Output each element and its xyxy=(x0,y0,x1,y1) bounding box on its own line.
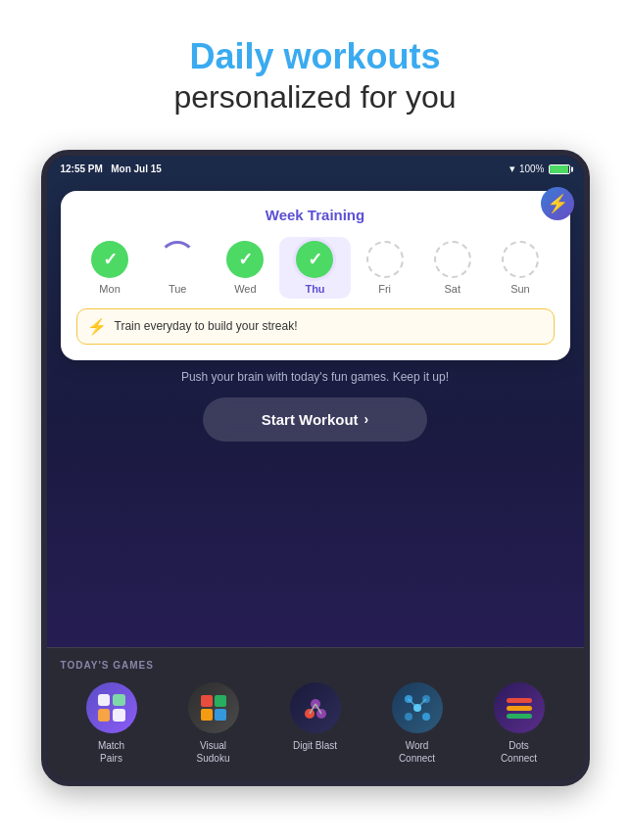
visual-sudoku-icon xyxy=(188,682,239,733)
page-title-main: Daily workouts xyxy=(39,35,591,77)
svg-rect-13 xyxy=(507,706,532,711)
game-word-connect[interactable]: WordConnect xyxy=(382,682,453,765)
day-sun[interactable]: Sun xyxy=(486,241,554,295)
day-label-wed: Wed xyxy=(234,283,256,295)
arrow-icon: › xyxy=(364,411,369,427)
device-content: ⚡ Week Training ✓ Mon Tue xyxy=(47,183,584,780)
word-connect-name: WordConnect xyxy=(399,739,435,765)
days-row: ✓ Mon Tue ✓ Wed xyxy=(76,237,555,299)
day-circle-tue xyxy=(159,241,196,278)
day-wed[interactable]: ✓ Wed xyxy=(212,241,279,295)
loading-spinner-icon xyxy=(159,241,196,278)
device-frame: 12:55 PM Mon Jul 15 ▾ 100% ⚡ Week Traini… xyxy=(41,150,590,786)
game-match-pairs[interactable]: MatchPairs xyxy=(76,682,147,765)
svg-rect-12 xyxy=(507,698,532,703)
battery-icon xyxy=(549,164,570,174)
match-pairs-name: MatchPairs xyxy=(98,739,124,765)
svg-rect-14 xyxy=(507,714,532,719)
day-sat[interactable]: Sat xyxy=(418,241,486,295)
svg-line-10 xyxy=(409,699,417,708)
day-label-sat: Sat xyxy=(445,283,461,295)
streak-text: Train everyday to build your streak! xyxy=(115,319,298,333)
day-mon[interactable]: ✓ Mon xyxy=(76,241,144,295)
digit-blast-name: Digit Blast xyxy=(293,739,337,752)
lightning-button[interactable]: ⚡ xyxy=(541,187,574,220)
game-digit-blast[interactable]: Digit Blast xyxy=(280,682,351,752)
check-icon-thu: ✓ xyxy=(308,249,322,270)
day-circle-sun xyxy=(502,241,539,278)
day-label-mon: Mon xyxy=(99,283,120,295)
day-circle-wed: ✓ xyxy=(226,241,264,278)
wifi-icon: ▾ xyxy=(509,163,515,175)
svg-line-11 xyxy=(417,699,426,708)
svg-point-7 xyxy=(405,713,412,721)
games-row: MatchPairs VisualSudoku xyxy=(61,682,570,765)
day-circle-sat xyxy=(434,241,471,278)
day-label-sun: Sun xyxy=(510,283,530,295)
match-pairs-icon xyxy=(86,682,137,733)
day-tue[interactable]: Tue xyxy=(144,241,212,295)
day-circle-mon: ✓ xyxy=(91,241,128,278)
week-training-card: Week Training ✓ Mon Tue xyxy=(61,191,570,360)
day-thu[interactable]: ✓ Thu xyxy=(279,237,351,299)
day-circle-fri xyxy=(366,241,404,278)
word-connect-svg xyxy=(403,693,432,723)
dots-connect-svg xyxy=(505,694,534,722)
status-bar: 12:55 PM Mon Jul 15 ▾ 100% xyxy=(47,156,584,183)
start-workout-label: Start Workout xyxy=(262,411,359,428)
digit-blast-svg xyxy=(302,694,329,722)
workout-area: Push your brain with today's fun games. … xyxy=(47,360,584,451)
day-label-thu: Thu xyxy=(305,283,324,295)
svg-point-8 xyxy=(422,713,430,721)
day-label-tue: Tue xyxy=(169,283,187,295)
workout-subtitle: Push your brain with today's fun games. … xyxy=(61,370,570,384)
status-time-date: 12:55 PM Mon Jul 15 xyxy=(61,163,162,174)
lightning-icon: ⚡ xyxy=(547,195,568,212)
todays-games-label: TODAY'S GAMES xyxy=(61,660,570,671)
dots-connect-name: DotsConnect xyxy=(501,739,537,765)
check-icon: ✓ xyxy=(103,249,118,270)
page-header: Daily workouts personalized for you xyxy=(0,0,630,142)
status-indicators: ▾ 100% xyxy=(509,163,570,175)
game-dots-connect[interactable]: DotsConnect xyxy=(484,682,555,765)
check-icon-wed: ✓ xyxy=(238,249,253,270)
page-title-sub: personalized for you xyxy=(39,77,591,118)
day-circle-thu: ✓ xyxy=(296,241,333,278)
digit-blast-icon xyxy=(290,682,341,733)
todays-games-section: TODAY'S GAMES MatchPairs xyxy=(47,647,584,780)
visual-sudoku-name: VisualSudoku xyxy=(197,739,230,765)
word-connect-icon xyxy=(392,682,443,733)
week-training-title: Week Training xyxy=(76,207,555,223)
start-workout-button[interactable]: Start Workout › xyxy=(203,397,428,442)
dots-connect-icon xyxy=(494,682,545,733)
streak-lightning-icon: ⚡ xyxy=(87,317,107,336)
streak-banner: ⚡ Train everyday to build your streak! xyxy=(76,308,555,345)
game-visual-sudoku[interactable]: VisualSudoku xyxy=(178,682,249,765)
day-label-fri: Fri xyxy=(378,283,391,295)
day-fri[interactable]: Fri xyxy=(351,241,418,295)
